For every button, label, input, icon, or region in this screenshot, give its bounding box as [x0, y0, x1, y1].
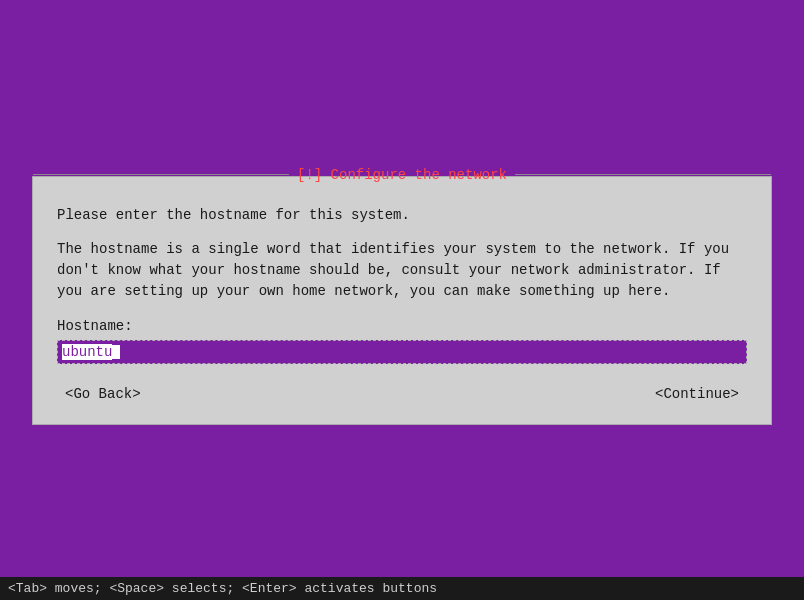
- continue-button[interactable]: <Continue>: [647, 384, 747, 404]
- go-back-button[interactable]: <Go Back>: [57, 384, 149, 404]
- hostname-input-display[interactable]: ubuntu: [57, 340, 747, 364]
- dialog-title-bar: [!] Configure the network: [33, 167, 771, 183]
- hostname-label: Hostname:: [57, 318, 747, 334]
- title-line-right: [515, 174, 771, 175]
- description-para: The hostname is a single word that ident…: [57, 239, 747, 302]
- description-line1: Please enter the hostname for this syste…: [57, 207, 747, 223]
- hostname-input-container[interactable]: ubuntu: [57, 340, 747, 364]
- dialog-content: Please enter the hostname for this syste…: [57, 207, 747, 404]
- buttons-row: <Go Back> <Continue>: [57, 384, 747, 404]
- hostname-selected-value: ubuntu: [62, 344, 112, 360]
- input-cursor: [112, 345, 120, 359]
- screen: [!] Configure the network Please enter t…: [0, 0, 804, 600]
- status-bar: <Tab> moves; <Space> selects; <Enter> ac…: [0, 577, 804, 600]
- title-line-left: [33, 174, 289, 175]
- dialog-title: [!] Configure the network: [289, 167, 515, 183]
- dialog: [!] Configure the network Please enter t…: [32, 176, 772, 425]
